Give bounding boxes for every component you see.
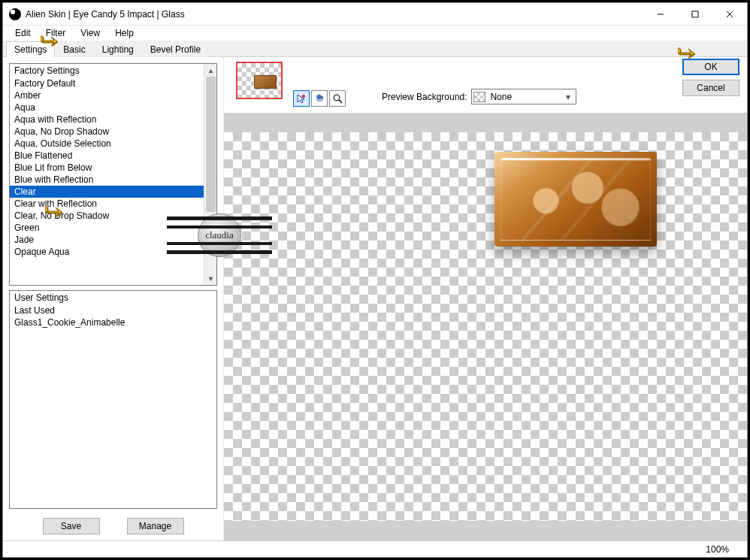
preview-ruler-bottom bbox=[224, 521, 747, 540]
thumbnail-content bbox=[254, 75, 277, 89]
scroll-up-icon[interactable]: ▲ bbox=[204, 64, 217, 77]
menu-edit[interactable]: Edit bbox=[8, 27, 38, 39]
list-item[interactable]: Opaque Aqua bbox=[10, 246, 216, 258]
list-item[interactable]: Amber bbox=[10, 89, 216, 101]
list-item[interactable]: Blue Lit from Below bbox=[10, 162, 216, 174]
tab-bevel[interactable]: Bevel Profile bbox=[142, 41, 209, 57]
list-item[interactable]: Clear with Reflection bbox=[10, 198, 216, 210]
factory-settings-list[interactable]: Factory Settings Factory DefaultAmberAqu… bbox=[9, 63, 217, 286]
user-settings-header: User Settings bbox=[10, 291, 216, 304]
list-item[interactable]: Factory Default bbox=[10, 77, 216, 89]
preview-toolbar: Preview Background: None ▾ OK Cancel bbox=[224, 57, 747, 113]
menu-help[interactable]: Help bbox=[107, 27, 141, 39]
list-item[interactable]: Jade bbox=[10, 234, 216, 246]
list-item[interactable]: Aqua with Reflection bbox=[10, 114, 216, 126]
effect-preview-object bbox=[494, 152, 657, 247]
preview-background-value: None bbox=[485, 92, 562, 102]
list-item[interactable]: Blue Flattened bbox=[10, 150, 216, 162]
preview-background-select[interactable]: None ▾ bbox=[471, 89, 576, 104]
transparency-swatch-icon bbox=[473, 92, 485, 102]
menu-view[interactable]: View bbox=[73, 27, 107, 39]
scroll-down-icon[interactable]: ▼ bbox=[204, 272, 217, 285]
tab-basic[interactable]: Basic bbox=[55, 41, 93, 57]
settings-panel: Factory Settings Factory DefaultAmberAqu… bbox=[3, 57, 224, 540]
ok-button[interactable]: OK bbox=[682, 59, 739, 75]
app-icon bbox=[9, 8, 21, 20]
list-item[interactable]: Green bbox=[10, 222, 216, 234]
preview-canvas[interactable] bbox=[224, 132, 747, 521]
svg-rect-0 bbox=[692, 11, 698, 17]
factory-settings-header: Factory Settings bbox=[10, 64, 216, 77]
menu-filter[interactable]: Filter bbox=[38, 27, 74, 39]
list-item[interactable]: Glass1_Cookie_Animabelle bbox=[10, 316, 216, 328]
minimize-button[interactable] bbox=[643, 3, 678, 25]
manage-button[interactable]: Manage bbox=[127, 518, 184, 534]
list-item[interactable]: Blue with Reflection bbox=[10, 174, 216, 186]
pointer-tool-icon[interactable] bbox=[293, 90, 310, 107]
scroll-thumb[interactable] bbox=[206, 77, 216, 212]
titlebar: Alien Skin | Eye Candy 5 Impact | Glass bbox=[3, 3, 747, 26]
statusbar: 100% bbox=[3, 540, 747, 557]
close-button[interactable] bbox=[712, 3, 747, 25]
window-title: Alien Skin | Eye Candy 5 Impact | Glass bbox=[26, 9, 643, 20]
list-item[interactable]: Clear bbox=[10, 186, 216, 198]
scrollbar[interactable]: ▲ ▼ bbox=[204, 64, 216, 285]
list-item[interactable]: Aqua, No Drop Shadow bbox=[10, 126, 216, 138]
zoom-level: 100% bbox=[688, 544, 747, 555]
maximize-button[interactable] bbox=[678, 3, 712, 25]
zoom-tool-icon[interactable] bbox=[329, 90, 346, 107]
user-settings-list[interactable]: User Settings Last UsedGlass1_Cookie_Ani… bbox=[9, 290, 217, 509]
svg-line-3 bbox=[339, 100, 342, 103]
svg-point-1 bbox=[302, 95, 305, 98]
chevron-down-icon: ▾ bbox=[562, 92, 574, 102]
preview-ruler bbox=[224, 113, 747, 132]
svg-point-2 bbox=[334, 95, 340, 101]
save-button[interactable]: Save bbox=[43, 518, 100, 534]
cancel-button[interactable]: Cancel bbox=[682, 80, 739, 96]
hand-tool-icon[interactable] bbox=[311, 90, 328, 107]
list-item[interactable]: Clear, No Drop Shadow bbox=[10, 210, 216, 222]
tab-lighting[interactable]: Lighting bbox=[94, 41, 142, 57]
layer-thumbnail[interactable] bbox=[236, 62, 283, 99]
tabbar: Settings Basic Lighting Bevel Profile bbox=[3, 41, 747, 57]
list-item[interactable]: Last Used bbox=[10, 304, 216, 316]
tab-settings[interactable]: Settings bbox=[6, 41, 55, 57]
list-item[interactable]: Aqua bbox=[10, 101, 216, 114]
preview-background-label: Preview Background: bbox=[382, 92, 467, 102]
list-item[interactable]: Aqua, Outside Selection bbox=[10, 138, 216, 150]
menubar: Edit Filter View Help bbox=[3, 26, 747, 41]
